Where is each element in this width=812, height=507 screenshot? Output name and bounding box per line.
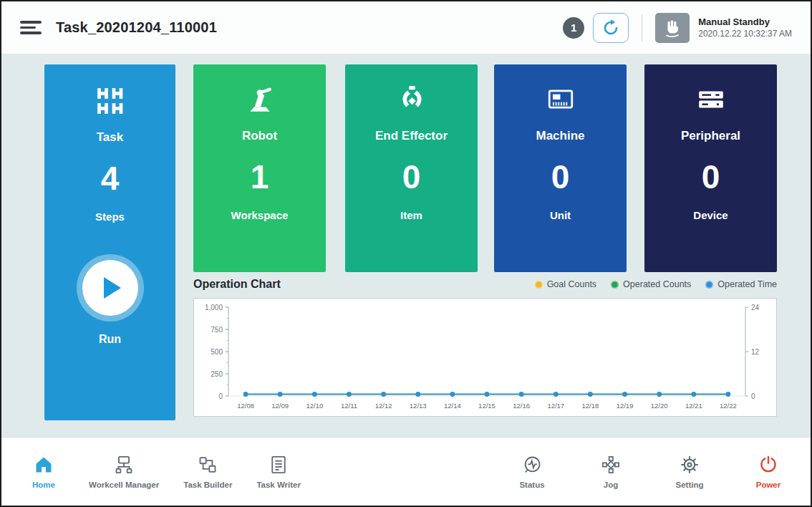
home-icon: [34, 455, 54, 475]
machine-icon: [546, 84, 576, 115]
jog-pad-icon: [601, 455, 621, 475]
svg-text:12/19: 12/19: [617, 402, 634, 410]
legend-dot-operated: [611, 281, 619, 289]
manual-mode-button[interactable]: [655, 13, 690, 43]
peripheral-card[interactable]: Peripheral 0 Device: [644, 64, 777, 272]
peripheral-device-value: 0: [702, 160, 720, 193]
end-effector-item-unit: Item: [400, 209, 422, 221]
task-steps-unit: Steps: [95, 211, 125, 223]
nav-jog-label: Jog: [604, 481, 618, 489]
svg-text:12/22: 12/22: [720, 402, 737, 410]
chart-title: Operation Chart: [193, 278, 281, 291]
status-pulse-icon: [522, 455, 542, 475]
machine-card[interactable]: Machine 0 Unit: [494, 64, 627, 272]
robot-card[interactable]: Robot 1 Workspace: [193, 64, 326, 272]
workcell-manager-icon: [114, 455, 134, 475]
run-label: Run: [99, 333, 121, 346]
peripheral-device-unit: Device: [693, 209, 728, 221]
nav-workcell-manager-label: Workcell Manager: [89, 481, 159, 489]
task-card-title: Task: [97, 130, 124, 145]
svg-text:12/12: 12/12: [375, 402, 392, 410]
svg-text:12/20: 12/20: [651, 402, 668, 410]
mode-status: Manual Standby 2020.12.22 10:32:37 AM: [698, 16, 792, 39]
app-window: Task_20201204_110001 1: [0, 0, 812, 507]
svg-text:12/17: 12/17: [547, 402, 564, 410]
task-title: Task_20201204_110001: [56, 19, 217, 36]
nav-status[interactable]: Status: [511, 455, 553, 489]
hand-icon: [663, 19, 682, 37]
svg-text:0: 0: [751, 392, 755, 400]
machine-card-title: Machine: [536, 129, 584, 143]
peripheral-card-title: Peripheral: [681, 129, 740, 143]
robot-arm-icon: [245, 84, 275, 115]
nav-workcell-manager[interactable]: Workcell Manager: [89, 455, 159, 489]
header-divider: [642, 14, 642, 42]
legend-dot-goal: [535, 281, 543, 289]
legend-operated-time: Operated Time: [705, 279, 777, 289]
nav-status-label: Status: [519, 481, 544, 489]
svg-text:12/14: 12/14: [444, 402, 461, 410]
robot-workspace-unit: Workspace: [231, 209, 289, 221]
svg-text:1,000: 1,000: [205, 304, 223, 312]
svg-text:12/16: 12/16: [513, 402, 530, 410]
timestamp: 2020.12.22 10:32:37 AM: [698, 29, 792, 39]
nav-power[interactable]: Power: [748, 455, 789, 489]
svg-text:12/09: 12/09: [271, 402, 289, 410]
machine-unit-unit: Unit: [550, 209, 571, 221]
legend-goal-label: Goal Counts: [547, 279, 596, 289]
nav-task-builder[interactable]: Task Builder: [183, 455, 232, 489]
end-effector-card-title: End Effector: [375, 129, 448, 143]
nav-home[interactable]: Home: [23, 455, 64, 489]
svg-text:24: 24: [751, 304, 760, 312]
nav-setting-label: Setting: [676, 481, 704, 489]
hamburger-menu-icon[interactable]: [20, 18, 42, 37]
operation-chart-section: Operation Chart Goal Counts Operated Cou…: [193, 278, 777, 417]
server-stack-icon: [696, 84, 726, 115]
legend-goal-counts: Goal Counts: [535, 279, 596, 289]
gear-icon: [680, 455, 700, 475]
chart-legend: Goal Counts Operated Counts Operated Tim…: [535, 279, 777, 289]
gripper-icon: [397, 84, 427, 115]
task-icon: [95, 86, 125, 116]
end-effector-card[interactable]: End Effector 0 Item: [345, 64, 478, 272]
task-writer-icon: [269, 455, 289, 475]
task-builder-icon: [198, 455, 218, 475]
svg-text:0: 0: [218, 392, 223, 400]
svg-text:750: 750: [211, 326, 223, 334]
play-icon: [104, 277, 121, 299]
svg-text:12: 12: [751, 348, 760, 356]
machine-unit-value: 0: [551, 160, 570, 193]
header-right: 1 Manua: [563, 13, 792, 43]
robot-card-title: Robot: [242, 129, 277, 143]
svg-text:12/15: 12/15: [478, 402, 496, 410]
end-effector-item-value: 0: [402, 160, 421, 193]
svg-text:12/21: 12/21: [685, 402, 702, 410]
legend-dot-time: [705, 281, 713, 289]
legend-time-label: Operated Time: [717, 279, 777, 289]
task-card: Task 4 Steps Run: [44, 64, 175, 420]
svg-text:12/18: 12/18: [582, 402, 599, 410]
svg-text:12/08: 12/08: [237, 402, 254, 410]
svg-text:500: 500: [211, 348, 223, 356]
nav-home-label: Home: [32, 481, 55, 489]
nav-task-writer[interactable]: Task Writer: [256, 455, 301, 489]
header: Task_20201204_110001 1: [1, 1, 811, 54]
run-button[interactable]: [82, 260, 138, 316]
servo-reset-button[interactable]: [593, 13, 629, 43]
task-steps-value: 4: [101, 162, 120, 195]
nav-jog[interactable]: Jog: [590, 455, 632, 489]
svg-text:250: 250: [211, 370, 223, 378]
bottom-nav: Home Workcell Manager: [1, 437, 811, 506]
main-content: Task 4 Steps Run Robot 1 Workspace: [1, 54, 811, 440]
nav-setting[interactable]: Setting: [669, 455, 710, 489]
nav-task-writer-label: Task Writer: [256, 481, 301, 489]
nav-power-label: Power: [756, 481, 781, 489]
legend-operated-counts: Operated Counts: [611, 279, 691, 289]
svg-text:12/11: 12/11: [341, 402, 357, 410]
operation-chart: 1,00075050025002412012/0812/0912/1012/11…: [194, 299, 776, 416]
svg-text:12/10: 12/10: [306, 402, 323, 410]
alarm-count-badge[interactable]: 1: [563, 17, 584, 39]
mode-label: Manual Standby: [698, 16, 792, 28]
robot-workspace-value: 1: [251, 160, 269, 193]
rotate-icon: [601, 19, 620, 37]
